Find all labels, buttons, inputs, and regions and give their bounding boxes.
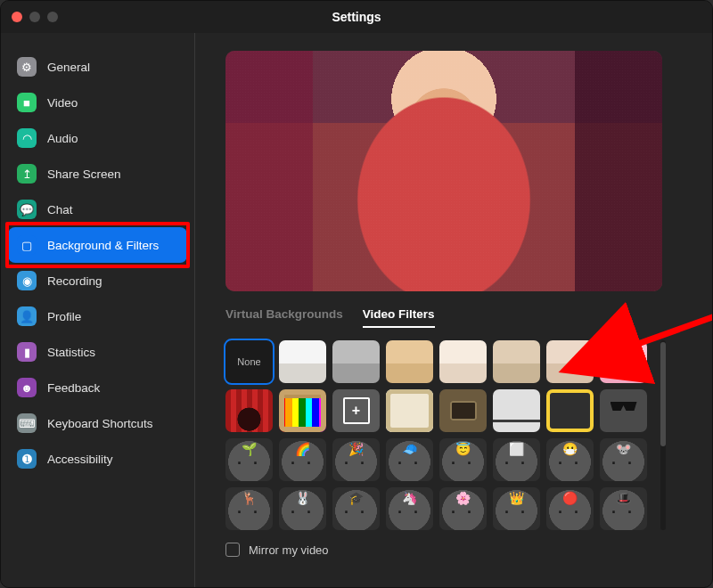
- filter-face-decoration: 😇: [439, 442, 487, 456]
- filter-newsroom[interactable]: [493, 389, 540, 432]
- sidebar-item-label: Audio: [47, 132, 78, 145]
- filter-face-decoration: 🐰: [279, 491, 326, 505]
- filter-face-decoration: 😷: [546, 442, 594, 456]
- sidebar-item-label: Video: [47, 96, 78, 110]
- mirror-video-checkbox[interactable]: [225, 543, 240, 557]
- filter-face-surgmask[interactable]: 😷: [546, 438, 594, 481]
- filter-face-decoration: 🌸: [439, 491, 487, 505]
- titlebar: Settings: [1, 1, 712, 33]
- profile-icon: 👤: [17, 306, 37, 326]
- filter-emoji-border[interactable]: [546, 389, 594, 432]
- sidebar-item-chat[interactable]: 💬Chat: [8, 192, 187, 227]
- sidebar-item-label: Recording: [47, 274, 102, 288]
- filter-none-label: None: [237, 356, 260, 367]
- sidebar-item-label: Keyboard Shortcuts: [47, 417, 153, 430]
- filter-face-decoration: ⬜: [493, 442, 540, 456]
- filter-room-latte[interactable]: [546, 340, 594, 383]
- sidebar-item-label: Profile: [47, 310, 81, 323]
- filter-sunglasses[interactable]: [600, 389, 647, 432]
- filter-face-halo[interactable]: 😇: [439, 438, 487, 481]
- sidebar-item-label: Accessibility: [47, 453, 113, 466]
- filter-tv-testcard[interactable]: [279, 389, 326, 432]
- filter-face-decoration: 🦄: [386, 491, 433, 505]
- sidebar-item-statistics[interactable]: ▮Statistics: [8, 334, 187, 370]
- filter-theater-curtain[interactable]: [225, 389, 273, 432]
- filter-face-medmask[interactable]: ⬜: [493, 438, 540, 481]
- filter-face-rainbow[interactable]: 🌈: [279, 438, 326, 481]
- sidebar-item-label: Statistics: [47, 346, 95, 359]
- window-title: Settings: [332, 10, 381, 24]
- filter-scrollbar[interactable]: [660, 340, 666, 530]
- minimize-window-button[interactable]: [29, 12, 40, 22]
- filter-face-decoration: 🧢: [386, 442, 433, 456]
- feedback-icon: ☻: [17, 378, 37, 397]
- filter-face-decoration: 🎓: [332, 491, 380, 505]
- filter-picture-frame[interactable]: [386, 389, 433, 432]
- statistics-icon: ▮: [17, 342, 37, 362]
- keyboard-icon: ⌨: [17, 413, 37, 433]
- filter-room-grey[interactable]: [332, 340, 380, 383]
- filter-face-beret[interactable]: 🔴: [546, 487, 594, 530]
- filter-focus-frame[interactable]: [332, 389, 380, 432]
- filter-face-grad[interactable]: 🎓: [332, 487, 380, 530]
- bg-filters-icon: ▢: [17, 235, 37, 255]
- mirror-video-row: Mirror my video: [225, 543, 691, 557]
- filter-face-decoration: 🔴: [546, 491, 594, 505]
- audio-icon: ◠: [17, 128, 37, 148]
- sidebar-item-video[interactable]: ■Video: [8, 85, 187, 120]
- filter-room-beige[interactable]: [493, 340, 540, 383]
- filter-face-antlers[interactable]: 🦌: [225, 487, 273, 530]
- filter-face-decoration: 🌱: [225, 442, 273, 456]
- recording-icon: ◉: [17, 271, 37, 290]
- sidebar-item-share-screen[interactable]: ↥Share Screen: [8, 156, 187, 192]
- tab-video-filters[interactable]: Video Filters: [363, 307, 435, 328]
- filter-face-decoration: 🌈: [279, 442, 326, 456]
- accessibility-icon: ➊: [17, 449, 37, 469]
- window-controls: [12, 12, 58, 22]
- sidebar-item-label: General: [47, 61, 90, 74]
- mirror-video-label: Mirror my video: [249, 543, 329, 557]
- window-body: ⚙General■Video◠Audio↥Share Screen💬Chat▢B…: [1, 33, 712, 587]
- chat-icon: 💬: [17, 200, 37, 219]
- sidebar-item-audio[interactable]: ◠Audio: [8, 120, 187, 156]
- sidebar-item-label: Share Screen: [47, 167, 121, 181]
- filter-face-mouse[interactable]: 🐭: [600, 438, 647, 481]
- tab-virtual-backgrounds[interactable]: Virtual Backgrounds: [225, 307, 343, 328]
- gear-icon: ⚙: [17, 57, 37, 77]
- filter-face-crown[interactable]: 👑: [493, 487, 540, 530]
- filter-face-decoration: 🦌: [225, 491, 273, 505]
- filter-face-unicorn[interactable]: 🦄: [386, 487, 433, 530]
- filter-none[interactable]: None: [225, 340, 273, 383]
- video-icon: ■: [17, 93, 37, 112]
- share-screen-icon: ↥: [17, 164, 37, 184]
- filter-tabs: Virtual BackgroundsVideo Filters: [225, 307, 691, 328]
- video-preview: [225, 51, 662, 291]
- zoom-window-button[interactable]: [47, 12, 58, 22]
- filter-room-white[interactable]: [279, 340, 326, 383]
- filter-face-sprout[interactable]: 🌱: [225, 438, 273, 481]
- sidebar-item-accessibility[interactable]: ➊Accessibility: [8, 441, 187, 477]
- main-panel: Virtual BackgroundsVideo Filters None🌱🌈🎉…: [195, 33, 712, 587]
- close-window-button[interactable]: [12, 12, 22, 22]
- filter-face-party[interactable]: 🎉: [332, 438, 380, 481]
- filter-face-tophat[interactable]: 🎩: [600, 487, 647, 530]
- filter-face-decoration: 👑: [493, 491, 540, 505]
- sidebar-item-label: Background & Filters: [47, 239, 159, 252]
- sidebar-item-label: Chat: [47, 203, 73, 216]
- filter-old-tv[interactable]: [439, 389, 487, 432]
- filter-room-cream[interactable]: [439, 340, 487, 383]
- filter-grid: None🌱🌈🎉🧢😇⬜😷🐭🦌🐰🎓🦄🌸👑🔴🎩: [225, 340, 653, 530]
- sidebar-item-recording[interactable]: ◉Recording: [8, 263, 187, 298]
- filter-face-flower[interactable]: 🌸: [439, 487, 487, 530]
- filter-face-bunny[interactable]: 🐰: [279, 487, 326, 530]
- sidebar-item-general[interactable]: ⚙General: [8, 49, 187, 85]
- filter-room-pink[interactable]: [600, 340, 647, 383]
- sidebar-item-profile[interactable]: 👤Profile: [8, 298, 187, 334]
- sidebar-item-background-filters[interactable]: ▢Background & Filters: [8, 227, 187, 263]
- sidebar-item-feedback[interactable]: ☻Feedback: [8, 370, 187, 405]
- filter-room-tan[interactable]: [386, 340, 433, 383]
- sidebar-item-label: Feedback: [47, 381, 100, 395]
- sidebar-item-keyboard-shortcuts[interactable]: ⌨Keyboard Shortcuts: [8, 405, 187, 441]
- filter-face-cap[interactable]: 🧢: [386, 438, 433, 481]
- filter-face-decoration: 🎩: [600, 491, 647, 505]
